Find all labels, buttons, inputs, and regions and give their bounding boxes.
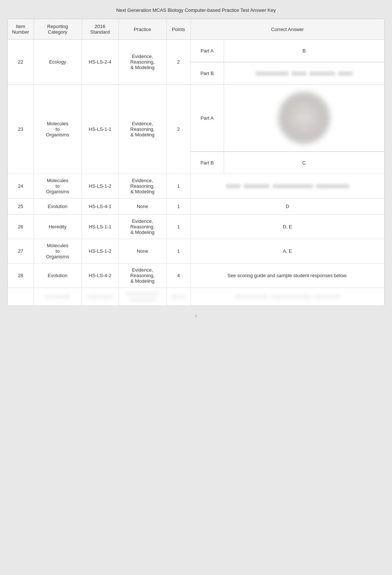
practice: Evidence, Reasoning, & Modeling	[118, 85, 166, 174]
standard: HS-LS-4-2	[82, 263, 118, 288]
col-header-points: Points	[166, 19, 190, 40]
standard	[82, 288, 118, 306]
table-row: 25 Evolution HS-LS-4-1 None 1 D	[8, 198, 384, 215]
answer-image	[278, 92, 330, 144]
item-number	[8, 288, 34, 306]
part-a-answer	[224, 85, 385, 151]
correct-answer: A, E	[190, 239, 384, 263]
col-header-practice: Practice	[118, 19, 166, 40]
reporting-category: Molecules to Organisms	[34, 239, 82, 263]
practice: Evidence, Reasoning, & Modeling	[118, 215, 166, 239]
part-a-label: Part A	[191, 85, 224, 151]
reporting-category: Evolution	[34, 263, 82, 288]
item-number: 25	[8, 198, 34, 215]
part-b-label: Part B	[191, 62, 224, 84]
correct-answer: D, E	[190, 215, 384, 239]
correct-answer-part-b: Part B C	[190, 152, 384, 174]
points: 1	[166, 174, 190, 198]
col-header-item: Item Number	[8, 19, 34, 40]
item-number: 22	[8, 40, 34, 85]
standard: HS-LS-2-4	[82, 40, 118, 85]
practice	[118, 288, 166, 306]
part-b-answer: C	[224, 156, 385, 169]
table-header-row: Item Number Reporting Category 2016 Stan…	[8, 19, 384, 40]
correct-answer: Part A B	[190, 40, 384, 62]
standard: HS-LS-1-2	[82, 174, 118, 198]
table-row-blurred	[8, 288, 384, 306]
col-header-answer: Correct Answer	[190, 19, 384, 40]
practice: None	[118, 198, 166, 215]
table-row: 24 Molecules to Organisms HS-LS-1-2 Evid…	[8, 174, 384, 198]
reporting-category: Molecules to Organisms	[34, 174, 82, 198]
page-title: Next Generation MCAS Biology Computer-ba…	[7, 7, 385, 13]
points: 1	[166, 239, 190, 263]
item-number: 27	[8, 239, 34, 263]
answer-key-table-wrapper: Item Number Reporting Category 2016 Stan…	[7, 19, 385, 306]
correct-answer: D	[190, 198, 384, 215]
practice: None	[118, 239, 166, 263]
practice: Evidence, Reasoning, & Modeling	[118, 263, 166, 288]
reporting-category	[34, 288, 82, 306]
practice: Evidence, Reasoning, & Modeling	[118, 40, 166, 85]
item-number: 24	[8, 174, 34, 198]
correct-answer: See scoring guide and sample student res…	[190, 263, 384, 288]
points: 2	[166, 40, 190, 85]
part-a-answer: B	[224, 44, 385, 57]
footer-note: ii	[7, 306, 385, 326]
correct-answer: Part A	[190, 85, 384, 152]
table-row: 23 Molecules to Organisms HS-LS-1-1 Evid…	[8, 85, 384, 152]
correct-answer-part-b: Part B	[190, 62, 384, 85]
standard: HS-LS-1-2	[82, 239, 118, 263]
reporting-category: Evolution	[34, 198, 82, 215]
reporting-category: Heredity	[34, 215, 82, 239]
correct-answer	[190, 288, 384, 306]
col-header-reporting: Reporting Category	[34, 19, 82, 40]
table-row: 28 Evolution HS-LS-4-2 Evidence, Reasoni…	[8, 263, 384, 288]
points	[166, 288, 190, 306]
standard: HS-LS-1-1	[82, 85, 118, 174]
standard: HS-LS-4-1	[82, 198, 118, 215]
table-row: 26 Heredity HS-LS-1-1 Evidence, Reasonin…	[8, 215, 384, 239]
points: 1	[166, 198, 190, 215]
reporting-category: Molecules to Organisms	[34, 85, 82, 174]
points: 2	[166, 85, 190, 174]
part-b-label: Part B	[191, 152, 224, 174]
col-header-standard: 2016 Standard	[82, 19, 118, 40]
standard: HS-LS-1-1	[82, 215, 118, 239]
part-a-label: Part A	[191, 40, 224, 62]
practice: Evidence, Reasoning, & Modeling	[118, 174, 166, 198]
points: 4	[166, 263, 190, 288]
item-number: 28	[8, 263, 34, 288]
reporting-category: Ecology	[34, 40, 82, 85]
part-b-answer	[224, 68, 385, 79]
item-number: 23	[8, 85, 34, 174]
table-row: 27 Molecules to Organisms HS-LS-1-2 None…	[8, 239, 384, 263]
item-number: 26	[8, 215, 34, 239]
correct-answer	[190, 174, 384, 198]
points: 1	[166, 215, 190, 239]
table-row: 22 Ecology HS-LS-2-4 Evidence, Reasoning…	[8, 40, 384, 62]
answer-key-table: Item Number Reporting Category 2016 Stan…	[8, 19, 384, 306]
